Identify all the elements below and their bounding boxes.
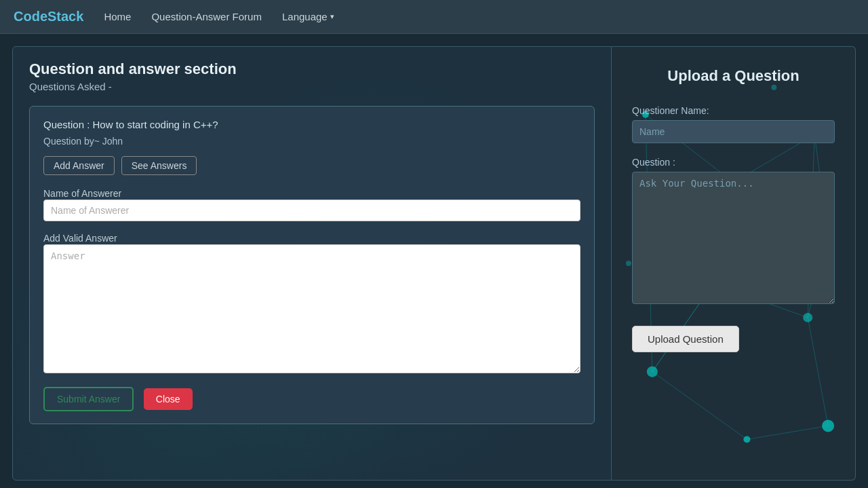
question-card: Question : How to start coding in C++? Q… bbox=[29, 106, 595, 424]
add-answer-button[interactable]: Add Answer bbox=[43, 156, 115, 175]
submit-answer-button[interactable]: Submit Answer bbox=[43, 387, 134, 411]
svg-point-22 bbox=[822, 419, 834, 432]
name-label: Questioner Name: bbox=[632, 105, 835, 116]
svg-line-7 bbox=[652, 372, 747, 440]
nav-qa-forum[interactable]: Question-Answer Forum bbox=[151, 11, 262, 22]
section-title: Question and answer section bbox=[29, 60, 595, 78]
questioner-name-input[interactable] bbox=[632, 120, 835, 143]
svg-point-21 bbox=[743, 436, 750, 443]
section-subtitle: Questions Asked - bbox=[29, 81, 595, 92]
navbar: CodeStack Home Question-Answer Forum Lan… bbox=[0, 0, 868, 34]
svg-point-23 bbox=[626, 261, 631, 266]
close-button[interactable]: Close bbox=[144, 388, 193, 410]
question-label: Question : bbox=[632, 157, 835, 168]
answerer-input[interactable] bbox=[43, 200, 580, 221]
question-by: Question by~ John bbox=[43, 136, 580, 147]
right-panel: Upload a Question Questioner Name: Quest… bbox=[612, 46, 856, 481]
nav-language-dropdown[interactable]: Language bbox=[282, 11, 334, 22]
upload-question-button[interactable]: Upload Question bbox=[632, 326, 739, 352]
main-container: Question and answer section Questions As… bbox=[12, 46, 856, 481]
upload-form: Upload a Question Questioner Name: Quest… bbox=[632, 67, 835, 352]
answer-btn-row: Add Answer See Answers bbox=[43, 156, 580, 175]
question-textarea[interactable] bbox=[632, 172, 835, 304]
svg-line-8 bbox=[747, 426, 828, 439]
see-answers-button[interactable]: See Answers bbox=[121, 156, 197, 175]
brand-logo[interactable]: CodeStack bbox=[14, 9, 83, 24]
card-actions: Submit Answer Close bbox=[43, 376, 580, 411]
left-panel: Question and answer section Questions As… bbox=[12, 46, 612, 481]
upload-title: Upload a Question bbox=[632, 67, 835, 85]
nav-home[interactable]: Home bbox=[104, 11, 131, 22]
question-text: Question : How to start coding in C++? bbox=[43, 119, 580, 130]
answer-label: Add Valid Answer bbox=[43, 233, 117, 244]
svg-point-20 bbox=[647, 367, 658, 377]
answerer-label: Name of Answerer bbox=[43, 188, 121, 199]
answer-textarea[interactable] bbox=[43, 244, 580, 373]
